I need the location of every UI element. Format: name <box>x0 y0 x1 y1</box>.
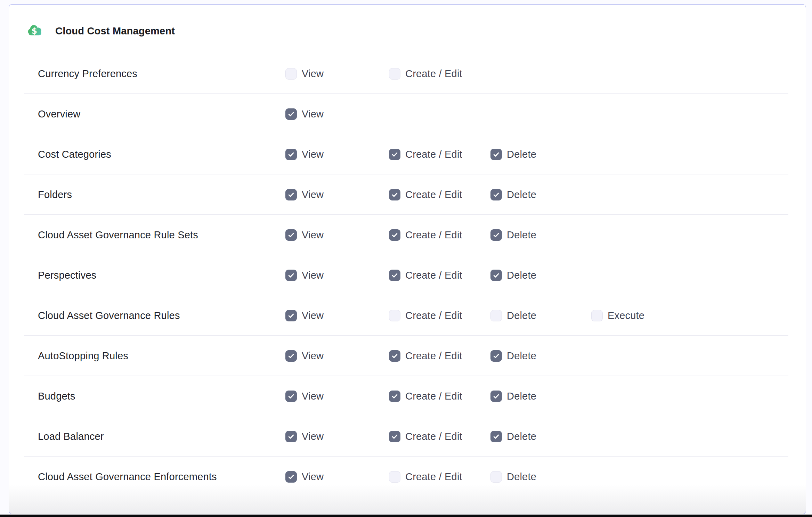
checkbox-cell-create-edit[interactable]: Create / Edit <box>389 431 490 442</box>
svg-text:$: $ <box>32 26 37 35</box>
checkmark-icon <box>391 272 398 279</box>
checkbox-cell-execute[interactable]: Execute <box>591 310 806 321</box>
view-checkbox-label: View <box>302 391 324 402</box>
checkbox-cell-view[interactable]: View <box>285 189 389 200</box>
delete-checkbox[interactable] <box>490 431 502 442</box>
checkbox-cell-create-edit[interactable]: Create / Edit <box>389 391 490 402</box>
checkmark-icon <box>287 433 295 440</box>
permission-row: Currency PreferencesViewCreate / Edit <box>9 54 806 94</box>
checkbox-cell-view[interactable]: View <box>285 149 389 160</box>
checkbox-cell-delete[interactable]: Delete <box>490 189 591 200</box>
delete-checkbox-label: Delete <box>507 189 536 200</box>
delete-checkbox-label: Delete <box>507 350 536 362</box>
checkbox-cell-view[interactable]: View <box>285 229 389 241</box>
permission-row: AutoStopping RulesViewCreate / EditDelet… <box>9 336 806 376</box>
view-checkbox-label: View <box>302 68 324 80</box>
view-checkbox[interactable] <box>285 310 297 321</box>
create-edit-checkbox[interactable] <box>389 391 400 402</box>
execute-checkbox[interactable] <box>591 310 603 321</box>
view-checkbox[interactable] <box>285 391 297 402</box>
checkmark-icon <box>287 191 295 198</box>
view-checkbox-label: View <box>302 149 324 160</box>
view-checkbox[interactable] <box>285 431 297 442</box>
checkbox-cell-create-edit[interactable]: Create / Edit <box>389 350 490 362</box>
delete-checkbox[interactable] <box>490 149 502 160</box>
create-edit-checkbox[interactable] <box>389 270 400 281</box>
view-checkbox-label: View <box>302 189 324 200</box>
checkbox-cell-delete[interactable]: Delete <box>490 149 591 160</box>
checkbox-cell-create-edit[interactable]: Create / Edit <box>389 149 490 160</box>
create-edit-checkbox[interactable] <box>389 68 400 80</box>
permission-name: Cloud Asset Governance Enforcements <box>38 471 285 483</box>
checkbox-cell-view[interactable]: View <box>285 350 389 362</box>
checkbox-cell-delete[interactable]: Delete <box>490 471 591 483</box>
create-edit-checkbox[interactable] <box>389 310 400 321</box>
create-edit-checkbox[interactable] <box>389 471 400 483</box>
view-checkbox[interactable] <box>285 270 297 281</box>
create-edit-checkbox-label: Create / Edit <box>405 310 462 321</box>
delete-checkbox[interactable] <box>490 270 502 281</box>
checkbox-cell-view[interactable]: View <box>285 471 389 483</box>
create-edit-checkbox[interactable] <box>389 431 400 442</box>
checkmark-icon <box>287 393 295 400</box>
checkmark-icon <box>493 393 500 400</box>
checkbox-cell-create-edit[interactable]: Create / Edit <box>389 471 490 483</box>
checkbox-cell-delete[interactable]: Delete <box>490 229 591 241</box>
delete-checkbox[interactable] <box>490 391 502 402</box>
delete-checkbox-label: Delete <box>507 149 536 160</box>
cloud-dollar-icon: $ <box>27 23 43 39</box>
checkbox-cell-create-edit[interactable]: Create / Edit <box>389 270 490 281</box>
view-checkbox[interactable] <box>285 471 297 483</box>
view-checkbox[interactable] <box>285 108 297 120</box>
view-checkbox-label: View <box>302 471 324 483</box>
checkbox-cell-view[interactable]: View <box>285 68 389 80</box>
create-edit-checkbox-label: Create / Edit <box>405 350 462 362</box>
view-checkbox-label: View <box>302 229 324 241</box>
checkbox-cell-view[interactable]: View <box>285 431 389 442</box>
permission-row: Load BalancerViewCreate / EditDelete <box>9 416 806 457</box>
checkmark-icon <box>287 110 295 118</box>
permission-row: Cloud Asset Governance RulesViewCreate /… <box>9 295 806 336</box>
create-edit-checkbox[interactable] <box>389 189 400 200</box>
checkbox-cell-view[interactable]: View <box>285 270 389 281</box>
checkbox-cell-delete[interactable]: Delete <box>490 350 591 362</box>
checkbox-cell-create-edit[interactable]: Create / Edit <box>389 68 490 80</box>
delete-checkbox[interactable] <box>490 229 502 241</box>
create-edit-checkbox-label: Create / Edit <box>405 391 462 402</box>
delete-checkbox[interactable] <box>490 350 502 362</box>
checkbox-cell-view[interactable]: View <box>285 108 389 120</box>
view-checkbox[interactable] <box>285 350 297 362</box>
checkmark-icon <box>493 191 500 198</box>
permission-name: Overview <box>38 108 285 120</box>
permission-name: Folders <box>38 189 285 200</box>
checkmark-icon <box>287 151 295 158</box>
checkmark-icon <box>287 473 295 481</box>
checkbox-cell-delete[interactable]: Delete <box>490 431 591 442</box>
delete-checkbox[interactable] <box>490 310 502 321</box>
view-checkbox[interactable] <box>285 229 297 241</box>
checkbox-cell-create-edit[interactable]: Create / Edit <box>389 189 490 200</box>
checkmark-icon <box>493 231 500 239</box>
module-title: Cloud Cost Management <box>55 25 175 37</box>
checkbox-cell-view[interactable]: View <box>285 391 389 402</box>
delete-checkbox[interactable] <box>490 189 502 200</box>
view-checkbox[interactable] <box>285 149 297 160</box>
create-edit-checkbox[interactable] <box>389 229 400 241</box>
create-edit-checkbox-label: Create / Edit <box>405 431 462 442</box>
checkbox-cell-delete[interactable]: Delete <box>490 310 591 321</box>
create-edit-checkbox[interactable] <box>389 149 400 160</box>
checkbox-cell-view[interactable]: View <box>285 310 389 321</box>
create-edit-checkbox[interactable] <box>389 350 400 362</box>
view-checkbox-label: View <box>302 310 324 321</box>
checkbox-cell-delete[interactable]: Delete <box>490 391 591 402</box>
permission-name: Cloud Asset Governance Rule Sets <box>38 229 285 241</box>
checkbox-cell-create-edit[interactable]: Create / Edit <box>389 310 490 321</box>
checkbox-cell-delete[interactable]: Delete <box>490 270 591 281</box>
checkmark-icon <box>493 433 500 440</box>
view-checkbox[interactable] <box>285 68 297 80</box>
checkmark-icon <box>287 312 295 319</box>
delete-checkbox[interactable] <box>490 471 502 483</box>
view-checkbox[interactable] <box>285 189 297 200</box>
checkbox-cell-create-edit[interactable]: Create / Edit <box>389 229 490 241</box>
view-checkbox-label: View <box>302 270 324 281</box>
